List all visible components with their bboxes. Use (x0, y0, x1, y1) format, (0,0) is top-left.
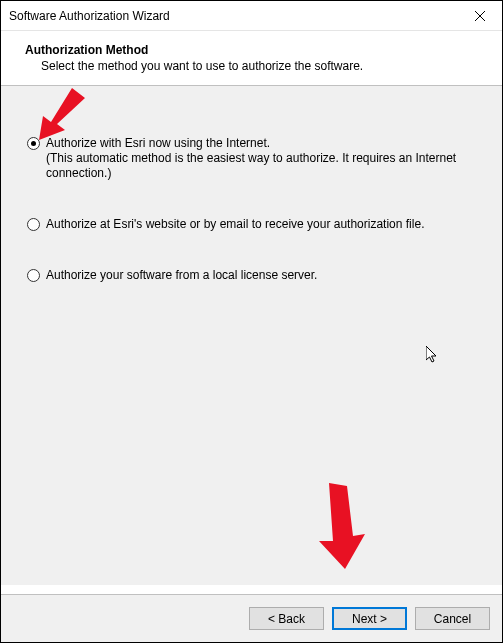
radio-local-server[interactable] (27, 269, 40, 282)
mouse-cursor-icon (426, 346, 442, 366)
page-title: Authorization Method (25, 43, 482, 57)
option-local-server-label: Authorize your software from a local lic… (46, 268, 317, 283)
titlebar: Software Authorization Wizard (1, 1, 502, 31)
back-button[interactable]: < Back (249, 607, 324, 630)
option-website[interactable]: Authorize at Esri's website or by email … (27, 217, 476, 232)
annotation-arrow-bottom (301, 481, 371, 571)
option-website-label: Authorize at Esri's website or by email … (46, 217, 424, 232)
radio-website[interactable] (27, 218, 40, 231)
option-internet-line2: (This automatic method is the easiest wa… (46, 151, 476, 181)
next-button[interactable]: Next > (332, 607, 407, 630)
window-title: Software Authorization Wizard (9, 9, 170, 23)
option-local-server[interactable]: Authorize your software from a local lic… (27, 268, 476, 283)
radio-internet[interactable] (27, 137, 40, 150)
wizard-footer: < Back Next > Cancel (1, 594, 502, 642)
option-internet-label: Authorize with Esri now using the Intern… (46, 136, 476, 181)
cancel-button[interactable]: Cancel (415, 607, 490, 630)
wizard-header: Authorization Method Select the method y… (1, 31, 502, 86)
close-icon (475, 11, 485, 21)
option-internet[interactable]: Authorize with Esri now using the Intern… (27, 136, 476, 181)
option-internet-line1: Authorize with Esri now using the Intern… (46, 136, 270, 150)
close-button[interactable] (457, 1, 502, 30)
wizard-content: Authorize with Esri now using the Intern… (1, 86, 502, 585)
page-subtitle: Select the method you want to use to aut… (41, 59, 482, 73)
